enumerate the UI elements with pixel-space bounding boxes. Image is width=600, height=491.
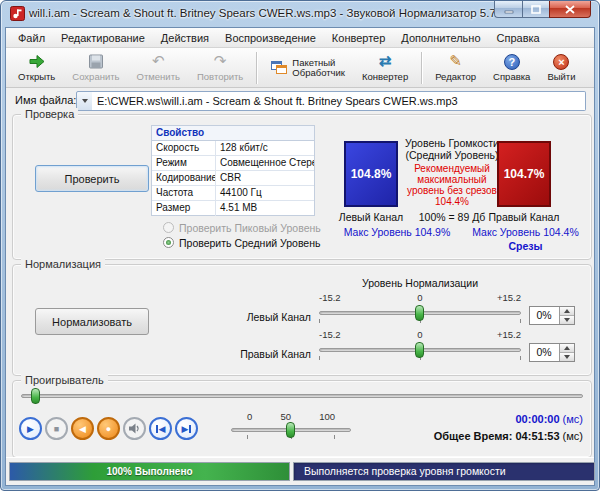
editor-icon: ✎ xyxy=(449,53,462,70)
left-norm-spin[interactable]: 0% xyxy=(529,306,575,325)
window-controls xyxy=(494,1,591,18)
editor-button[interactable]: ✎ Редактор xyxy=(428,50,483,86)
radio-peak-level[interactable]: Проверить Пиковый Уровень xyxy=(163,221,321,234)
left-channel-label: Левый Канал xyxy=(334,211,408,223)
normalize-button[interactable]: Нормализовать xyxy=(35,308,149,335)
batch-processor-button[interactable]: Пакетный Обработчик xyxy=(263,50,352,86)
normalize-group: Нормализация Нормализовать Уровень Норма… xyxy=(12,264,592,376)
max-level-left: Макс Уровень 104.9% xyxy=(331,226,463,238)
check-group: Проверка Проверить Свойство Скорость128 … xyxy=(12,114,592,260)
radio-icon xyxy=(163,237,174,248)
right-channel-label: Правый Канал xyxy=(487,211,561,223)
menu-edit[interactable]: Редактирование xyxy=(53,30,153,46)
help-button[interactable]: ? Справка xyxy=(486,50,537,86)
rewind-button[interactable]: ◀ xyxy=(71,417,94,440)
status-message: Выполняется проверка уровня громкости xyxy=(293,462,595,481)
left-channel-label: Левый Канал xyxy=(199,311,311,323)
status-bar: 100% Выполнено Выполняется проверка уров… xyxy=(6,457,594,485)
close-button[interactable] xyxy=(549,1,591,18)
table-row: РежимСовмещенное Стерео xyxy=(152,156,314,171)
exit-button[interactable]: × Выйти xyxy=(540,50,582,86)
player-group: Проигрыватель ▶ ■ ◀ ● ◀ ▶ 050100 xyxy=(12,380,592,458)
mute-button[interactable] xyxy=(123,417,146,440)
menu-actions[interactable]: Действия xyxy=(153,30,217,46)
seek-slider[interactable] xyxy=(21,389,583,405)
right-norm-slider[interactable] xyxy=(319,342,521,360)
minimize-icon xyxy=(504,5,514,14)
chevron-down-icon xyxy=(82,99,88,103)
right-norm-spin[interactable]: 0% xyxy=(529,343,575,362)
table-row: Скорость128 кбит/с xyxy=(152,141,314,156)
minimize-button[interactable] xyxy=(494,1,522,18)
title-bar: will.i.am - Scream & Shout ft. Britney S… xyxy=(1,1,599,27)
right-level-box: 104.7% xyxy=(497,141,551,207)
slider-thumb[interactable] xyxy=(31,388,40,404)
maximize-icon xyxy=(531,5,541,14)
converter-button[interactable]: ⇄ Конвертер xyxy=(355,50,415,86)
current-time: 00:00:00 (мс) xyxy=(413,413,583,425)
check-button[interactable]: Проверить xyxy=(35,165,149,192)
table-row: Размер4.51 MB xyxy=(152,201,314,216)
redo-button[interactable]: ↷ Повторить xyxy=(190,50,250,86)
spin-down-button[interactable] xyxy=(560,353,574,361)
slider-thumb[interactable] xyxy=(286,422,295,438)
normalize-group-title: Нормализация xyxy=(21,258,105,270)
filename-dropdown-button[interactable] xyxy=(76,91,93,111)
menu-help[interactable]: Справка xyxy=(489,30,548,46)
right-channel-label: Правый Канал xyxy=(199,348,311,360)
properties-table: Свойство Скорость128 кбит/с РежимСовмеще… xyxy=(151,125,315,216)
volume-slider[interactable] xyxy=(231,423,351,439)
menu-playback[interactable]: Воспроизведение xyxy=(217,30,324,46)
player-buttons: ▶ ■ ◀ ● ◀ ▶ xyxy=(19,417,198,440)
toolbar: Открыть Сохранить ↶ Отменить ↷ Повторить… xyxy=(6,48,594,88)
speaker-icon xyxy=(128,422,141,435)
normalization-level-title: Уровень Нормализации xyxy=(313,277,527,289)
left-scale: -15.20+15.2 xyxy=(319,292,521,303)
app-icon xyxy=(10,6,25,21)
open-icon xyxy=(28,53,46,70)
radio-average-level[interactable]: Проверить Средний Уровень xyxy=(163,236,320,249)
filename-input[interactable]: E:\CWER.ws\will.i.am - Scream & Shout ft… xyxy=(92,91,586,111)
exit-icon: × xyxy=(553,54,569,70)
spin-up-button[interactable] xyxy=(560,307,574,316)
menu-bar: Файл Редактирование Действия Воспроизвед… xyxy=(6,28,594,48)
toolbar-separator xyxy=(421,52,422,84)
volume-ticks: 050100 xyxy=(231,411,351,422)
spin-down-button[interactable] xyxy=(560,316,574,324)
progress-panel: 100% Выполнено xyxy=(9,462,290,481)
table-header: Свойство xyxy=(152,126,314,141)
right-scale: -15.20+15.2 xyxy=(319,329,521,340)
slider-thumb[interactable] xyxy=(415,305,424,321)
progress-bar: 100% Выполнено xyxy=(10,463,289,480)
spin-up-button[interactable] xyxy=(560,344,574,353)
save-button[interactable]: Сохранить xyxy=(65,50,126,86)
toolbar-separator xyxy=(256,52,257,84)
maximize-button[interactable] xyxy=(522,1,549,18)
menu-file[interactable]: Файл xyxy=(10,30,53,46)
help-icon: ? xyxy=(504,54,520,70)
undo-button[interactable]: ↶ Отменить xyxy=(130,50,187,86)
stop-button[interactable]: ■ xyxy=(45,417,68,440)
converter-icon: ⇄ xyxy=(379,53,392,70)
table-row: Частота44100 Гц xyxy=(152,186,314,201)
slider-thumb[interactable] xyxy=(415,342,424,358)
left-norm-slider[interactable] xyxy=(319,305,521,323)
menu-converter[interactable]: Конвертер xyxy=(324,30,393,46)
redo-icon: ↷ xyxy=(214,53,227,70)
open-button[interactable]: Открыть xyxy=(11,50,62,86)
clips-label: Срезы xyxy=(468,240,583,252)
record-button[interactable]: ● xyxy=(97,417,120,440)
radio-icon xyxy=(163,222,174,233)
total-time: Общее Время: 04:51:53 (мс) xyxy=(373,430,583,442)
previous-button[interactable]: ◀ xyxy=(149,417,172,440)
app-window: will.i.am - Scream & Shout ft. Britney S… xyxy=(0,0,600,491)
next-button[interactable]: ▶ xyxy=(175,417,198,440)
menu-extra[interactable]: Дополнительно xyxy=(393,30,488,46)
play-button[interactable]: ▶ xyxy=(19,417,42,440)
close-icon xyxy=(565,5,575,14)
recommendation-text: Рекомендуемый максимальный уровень без с… xyxy=(399,163,505,207)
check-group-title: Проверка xyxy=(21,108,78,120)
window-title: will.i.am - Scream & Shout ft. Britney S… xyxy=(29,7,496,19)
filename-label: Имя файла: xyxy=(15,94,76,106)
max-level-right: Макс Уровень 104.4% xyxy=(468,226,583,238)
